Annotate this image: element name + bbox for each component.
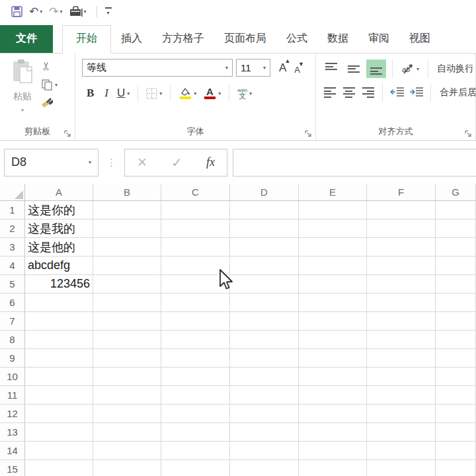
row-header-1[interactable]: 1 [0, 201, 25, 219]
cell-E8[interactable] [299, 331, 367, 349]
align-middle-button[interactable] [344, 60, 364, 78]
cell-D3[interactable] [230, 238, 299, 257]
column-header-G[interactable]: G [436, 184, 476, 201]
redo-button[interactable]: ↷ ▾ [47, 5, 64, 19]
cell-D10[interactable] [230, 368, 299, 386]
column-header-C[interactable]: C [161, 184, 230, 201]
increase-font-size-button[interactable]: A▲ [278, 61, 288, 75]
cell-D5[interactable] [230, 275, 299, 294]
cell-C2[interactable] [161, 219, 230, 238]
formula-bar-handle-icon[interactable]: ⋮ [106, 157, 116, 169]
cell-A11[interactable] [25, 386, 93, 405]
row-header-8[interactable]: 8 [0, 331, 25, 349]
cell-B9[interactable] [93, 349, 161, 368]
increase-indent-button[interactable] [408, 83, 424, 102]
cell-F13[interactable] [367, 423, 436, 442]
cell-B3[interactable] [93, 238, 161, 257]
cell-A3[interactable]: 这是他的 [25, 238, 93, 257]
cell-G3[interactable] [436, 238, 476, 257]
formula-input[interactable] [233, 149, 476, 177]
redo-dropdown-icon[interactable]: ▾ [60, 9, 63, 15]
ribbon-tab-file[interactable]: 文件 [0, 25, 53, 53]
cell-C11[interactable] [161, 386, 230, 405]
cell-C15[interactable] [161, 460, 230, 476]
cell-D11[interactable] [230, 386, 299, 405]
cell-F3[interactable] [367, 238, 436, 257]
cell-G15[interactable] [436, 460, 476, 476]
row-header-6[interactable]: 6 [0, 294, 25, 312]
cell-A14[interactable] [25, 442, 93, 460]
cell-B8[interactable] [93, 331, 161, 349]
decrease-indent-button[interactable] [389, 83, 405, 102]
cell-E4[interactable] [299, 257, 367, 275]
cancel-button[interactable]: ✕ [137, 155, 147, 170]
row-header-15[interactable]: 15 [0, 460, 25, 476]
decrease-font-size-button[interactable]: A▼ [293, 65, 301, 75]
cell-G14[interactable] [436, 442, 476, 460]
ribbon-tab-方方格子[interactable]: 方方格子 [152, 26, 214, 53]
cell-C13[interactable] [161, 423, 230, 442]
cell-F11[interactable] [367, 386, 436, 405]
name-box[interactable]: D8 ▾ [4, 149, 99, 177]
cell-E3[interactable] [299, 238, 367, 257]
cell-B14[interactable] [93, 442, 161, 460]
cell-F7[interactable] [367, 312, 436, 331]
ribbon-tab-开始[interactable]: 开始 [62, 25, 111, 54]
cell-D14[interactable] [230, 442, 299, 460]
cell-C1[interactable] [161, 201, 230, 219]
cell-A6[interactable] [25, 294, 93, 312]
cell-C10[interactable] [161, 368, 230, 386]
cell-D13[interactable] [230, 423, 299, 442]
format-painter-button[interactable] [41, 96, 58, 109]
cell-B5[interactable] [93, 275, 161, 294]
cell-C9[interactable] [161, 349, 230, 368]
ribbon-tab-审阅[interactable]: 审阅 [358, 26, 399, 53]
merge-center-button[interactable]: 合并后居中 [437, 87, 475, 99]
enter-button[interactable]: ✓ [171, 155, 182, 171]
clipboard-dialog-launcher[interactable] [64, 130, 71, 138]
phonetic-guide-button[interactable]: wén 文 ▾ [235, 87, 255, 100]
align-left-button[interactable] [321, 83, 338, 102]
cell-F6[interactable] [367, 294, 436, 312]
paste-button[interactable]: 粘贴 ▾ [5, 59, 40, 114]
ribbon-tab-页面布局[interactable]: 页面布局 [214, 26, 276, 53]
cell-G9[interactable] [436, 349, 476, 368]
cell-A1[interactable]: 这是你的 [25, 201, 93, 219]
cell-E11[interactable] [299, 386, 367, 405]
orientation-button[interactable]: ab ▾ [399, 62, 422, 75]
ribbon-tab-视图[interactable]: 视图 [399, 26, 440, 53]
alignment-dialog-launcher[interactable] [465, 130, 472, 138]
cell-G11[interactable] [436, 386, 476, 405]
cell-E6[interactable] [299, 294, 367, 312]
cell-A10[interactable] [25, 368, 93, 386]
cell-F2[interactable] [367, 219, 436, 238]
fill-color-button[interactable]: ▾ [176, 87, 199, 100]
column-header-B[interactable]: B [93, 184, 161, 201]
row-header-11[interactable]: 11 [0, 386, 25, 405]
cell-C14[interactable] [161, 442, 230, 460]
ribbon-tab-插入[interactable]: 插入 [111, 26, 152, 53]
cell-D9[interactable] [230, 349, 299, 368]
font-name-combobox[interactable]: 等线 ▾ [82, 59, 233, 77]
cell-C6[interactable] [161, 294, 230, 312]
cell-B7[interactable] [93, 312, 161, 331]
italic-button[interactable]: I [100, 85, 113, 101]
bold-button[interactable]: B [82, 85, 99, 101]
cell-A4[interactable]: abcdefg [25, 257, 93, 275]
cell-G8[interactable] [436, 331, 476, 349]
cell-B2[interactable] [93, 219, 161, 238]
font-color-button[interactable]: A ▾ [200, 86, 223, 100]
cell-E7[interactable] [299, 312, 367, 331]
cell-F15[interactable] [367, 460, 436, 476]
cell-C5[interactable] [161, 275, 230, 294]
ribbon-tab-数据[interactable]: 数据 [317, 26, 358, 53]
cell-B12[interactable] [93, 405, 161, 423]
cell-C4[interactable] [161, 257, 230, 275]
cell-D6[interactable] [230, 294, 299, 312]
paste-dropdown-icon[interactable]: ▾ [21, 107, 24, 113]
cell-B15[interactable] [93, 460, 161, 476]
cell-G1[interactable] [436, 201, 476, 219]
cell-F4[interactable] [367, 257, 436, 275]
customize-qat-button[interactable]: ▾ [105, 7, 112, 16]
cell-B10[interactable] [93, 368, 161, 386]
